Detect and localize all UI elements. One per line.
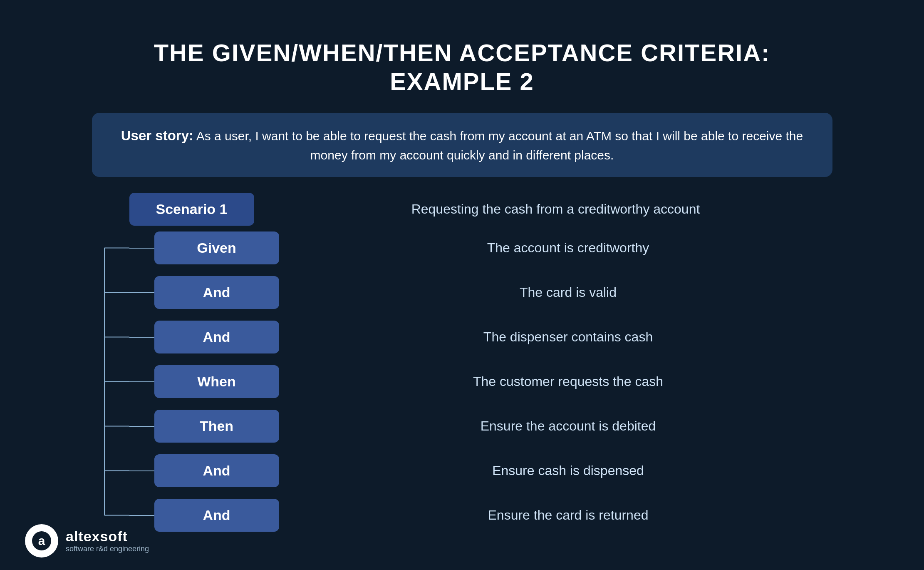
row-description: The dispenser contains cash xyxy=(304,329,832,345)
connector-line xyxy=(129,248,154,249)
keyword-row: GivenThe account is creditworthy xyxy=(129,231,832,264)
keyword-row: AndThe card is valid xyxy=(129,276,832,309)
bracket-svg xyxy=(101,231,129,532)
connector-line xyxy=(129,381,154,382)
row-description: Ensure cash is dispensed xyxy=(304,463,832,478)
user-story-box: User story: As a user, I want to be able… xyxy=(92,113,832,177)
logo-brand: altexsoft xyxy=(66,528,149,545)
row-description: The account is creditworthy xyxy=(304,240,832,256)
keyword-button: When xyxy=(154,365,279,398)
scenario-keyword: Scenario 1 xyxy=(129,193,254,226)
keyword-row: AndThe dispenser contains cash xyxy=(129,321,832,353)
scenario-row: Scenario 1 Requesting the cash from a cr… xyxy=(129,193,832,226)
keyword-row: AndEnsure the card is returned xyxy=(129,499,832,532)
keyword-button: And xyxy=(154,276,279,309)
page-title: THE GIVEN/WHEN/THEN ACCEPTANCE CRITERIA:… xyxy=(92,38,832,96)
row-description: Ensure the card is returned xyxy=(304,508,832,523)
connector-line xyxy=(129,515,154,516)
scenario-description: Requesting the cash from a creditworthy … xyxy=(279,202,832,217)
logo-area: a altexsoft software r&d engineering xyxy=(25,524,149,558)
keyword-button: And xyxy=(154,499,279,532)
row-description: The card is valid xyxy=(304,285,832,300)
keyword-row: AndEnsure cash is dispensed xyxy=(129,454,832,487)
row-description: Ensure the account is debited xyxy=(304,418,832,434)
keyword-row: WhenThe customer requests the cash xyxy=(129,365,832,398)
keyword-button: Then xyxy=(154,410,279,443)
connector-line xyxy=(129,426,154,427)
user-story-label: User story: xyxy=(121,128,193,143)
keyword-button: And xyxy=(154,454,279,487)
connector-line xyxy=(129,292,154,293)
user-story-text: As a user, I want to be able to request … xyxy=(193,129,803,162)
svg-text:a: a xyxy=(38,534,45,548)
logo-tagline: software r&d engineering xyxy=(66,545,149,553)
connector-line xyxy=(129,337,154,338)
connector-line xyxy=(129,470,154,471)
logo-text: altexsoft software r&d engineering xyxy=(66,528,149,553)
logo-icon: a xyxy=(25,524,58,558)
keyword-button: Given xyxy=(154,231,279,264)
keyword-row: ThenEnsure the account is debited xyxy=(129,410,832,443)
row-description: The customer requests the cash xyxy=(304,374,832,389)
keyword-button: And xyxy=(154,321,279,353)
